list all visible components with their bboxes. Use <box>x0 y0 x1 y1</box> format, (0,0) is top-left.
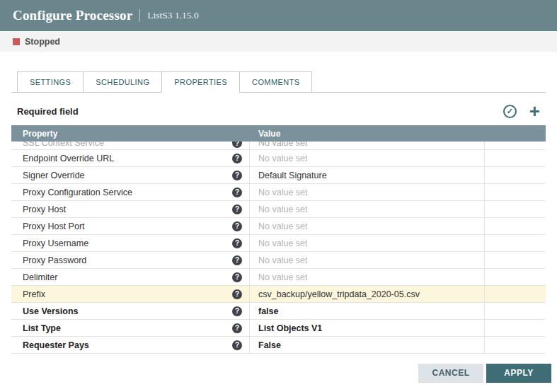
spacer-cell <box>485 150 546 166</box>
property-name: List Type <box>23 323 232 333</box>
property-name: Proxy Username <box>23 238 232 248</box>
status-bar: Stopped <box>0 31 557 52</box>
value-text: false <box>258 306 279 316</box>
help-icon[interactable]: ? <box>232 188 242 197</box>
tab-comments[interactable]: COMMENTS <box>239 71 312 93</box>
stopped-square-icon <box>13 38 20 45</box>
help-icon[interactable]: ? <box>232 154 242 163</box>
property-cell: Delimiter ? <box>11 269 250 285</box>
value-text: No value set <box>258 272 307 282</box>
value-cell[interactable]: No value set <box>250 184 485 200</box>
table-row: Endpoint Override URL ? No value set <box>11 150 546 167</box>
property-cell: SSL Context Service ? <box>11 142 250 150</box>
value-text: No value set <box>258 255 307 265</box>
properties-table: Property Value SSL Context Service ? No … <box>11 125 546 354</box>
help-icon[interactable]: ? <box>232 221 242 231</box>
help-icon[interactable]: ? <box>232 323 242 333</box>
property-cell: Signer Override ? <box>11 167 250 183</box>
property-name: Prefix <box>23 289 232 299</box>
spacer-cell <box>485 320 546 336</box>
apply-button[interactable]: APPLY <box>486 364 551 383</box>
property-name: Proxy Configuration Service <box>23 188 232 197</box>
table-body: SSL Context Service ? No value set Endpo… <box>11 142 546 354</box>
spacer-cell <box>485 235 546 251</box>
value-text: No value set <box>258 204 307 214</box>
property-cell: List Type ? <box>11 320 250 336</box>
dialog-content: SETTINGS SCHEDULING PROPERTIES COMMENTS … <box>0 52 557 354</box>
property-name: Signer Override <box>23 171 232 180</box>
value-text: No value set <box>258 221 307 231</box>
dialog-title: Configure Processor <box>13 8 132 23</box>
cancel-button[interactable]: CANCEL <box>418 364 483 383</box>
table-row: Delimiter ? No value set <box>11 269 546 286</box>
dialog-header: Configure Processor ListS3 1.15.0 <box>0 0 557 31</box>
status-label: Stopped <box>25 37 60 47</box>
spacer-cell <box>485 184 546 200</box>
configure-processor-dialog: Configure Processor ListS3 1.15.0 Stoppe… <box>0 0 557 392</box>
value-cell[interactable]: No value set <box>250 235 485 251</box>
spacer-cell <box>485 252 546 268</box>
value-cell[interactable]: List Objects V1 <box>250 320 485 336</box>
help-icon[interactable]: ? <box>232 272 242 282</box>
value-cell[interactable]: false <box>250 303 485 319</box>
value-cell[interactable]: Default Signature <box>250 167 485 183</box>
value-cell[interactable]: False <box>250 337 485 353</box>
table-row: Proxy Host ? No value set <box>11 201 546 218</box>
value-text: No value set <box>258 142 307 148</box>
property-name: Proxy Host Port <box>23 221 232 231</box>
help-icon[interactable]: ? <box>232 204 242 214</box>
value-text: No value set <box>258 188 307 197</box>
property-cell: Proxy Password ? <box>11 252 250 268</box>
value-cell[interactable]: No value set <box>250 252 485 268</box>
help-icon[interactable]: ? <box>232 171 242 180</box>
value-cell[interactable]: No value set <box>250 218 485 234</box>
table-row: SSL Context Service ? No value set <box>11 142 546 150</box>
dialog-footer: CANCEL APPLY <box>0 354 557 392</box>
spacer-cell <box>485 303 546 319</box>
table-row: List Type ? List Objects V1 <box>11 320 546 337</box>
required-field-label: Required field <box>17 106 79 117</box>
help-icon[interactable]: ? <box>232 238 242 248</box>
table-row: Prefix ? csv_backup/yellow_tripdata_2020… <box>11 286 546 303</box>
property-cell: Proxy Host Port ? <box>11 218 250 234</box>
property-cell: Proxy Host ? <box>11 201 250 217</box>
value-text: No value set <box>258 154 307 163</box>
tab-settings[interactable]: SETTINGS <box>17 71 84 93</box>
property-name: Proxy Password <box>23 255 232 265</box>
table-row: Proxy Configuration Service ? No value s… <box>11 184 546 201</box>
property-name: Delimiter <box>23 272 232 282</box>
add-property-plus-icon[interactable]: + <box>528 104 541 118</box>
help-icon[interactable]: ? <box>232 142 242 148</box>
tab-properties[interactable]: PROPERTIES <box>161 71 240 93</box>
column-header-property: Property <box>11 129 250 139</box>
help-icon[interactable]: ? <box>232 255 242 265</box>
property-name: Use Versions <box>23 306 232 316</box>
property-cell: Endpoint Override URL ? <box>11 150 250 166</box>
column-header-value: Value <box>250 129 485 139</box>
table-row: Use Versions ? false <box>11 303 546 320</box>
value-text: No value set <box>258 238 307 248</box>
property-cell: Requester Pays ? <box>11 337 250 353</box>
spacer-cell <box>485 218 546 234</box>
value-cell[interactable]: No value set <box>250 142 485 150</box>
value-text: csv_backup/yellow_tripdata_2020-05.csv <box>258 289 420 299</box>
value-cell[interactable]: No value set <box>250 201 485 217</box>
value-cell[interactable]: No value set <box>250 150 485 166</box>
value-cell[interactable]: csv_backup/yellow_tripdata_2020-05.csv <box>250 286 485 302</box>
help-icon[interactable]: ? <box>232 340 242 350</box>
tab-scheduling[interactable]: SCHEDULING <box>83 71 162 93</box>
table-row: Proxy Host Port ? No value set <box>11 218 546 235</box>
tab-bar: SETTINGS SCHEDULING PROPERTIES COMMENTS <box>11 71 546 93</box>
spacer-cell <box>485 286 546 302</box>
property-name: Endpoint Override URL <box>23 154 232 163</box>
properties-toolbar: Required field ✓ + <box>17 103 541 119</box>
title-divider <box>139 9 140 22</box>
property-cell: Use Versions ? <box>11 303 250 319</box>
property-name: Proxy Host <box>23 204 232 214</box>
spacer-cell <box>485 201 546 217</box>
help-icon[interactable]: ? <box>232 289 242 299</box>
value-cell[interactable]: No value set <box>250 269 485 285</box>
check-circle-icon[interactable]: ✓ <box>503 105 517 118</box>
dialog-subtitle: ListS3 1.15.0 <box>147 10 198 21</box>
help-icon[interactable]: ? <box>232 306 242 316</box>
